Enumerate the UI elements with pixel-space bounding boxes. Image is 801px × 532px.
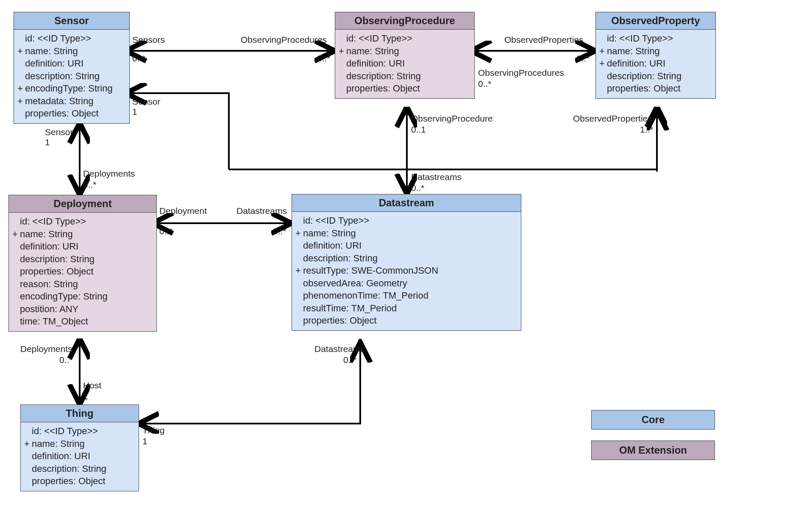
class-observingprocedure-attrs: id: <<ID Type>>+name: Stringdefinition: …: [335, 30, 474, 98]
attribute-visibility: +: [339, 45, 346, 57]
lbl-sensor-ds-mult: 1: [132, 107, 137, 117]
attribute-row: definition: URI: [24, 450, 135, 463]
attribute-text: time: TM_Object: [20, 316, 88, 327]
attribute-text: name: String: [20, 228, 73, 240]
attribute-text: id: <<ID Type>>: [346, 33, 412, 44]
attribute-text: postition: ANY: [20, 303, 78, 315]
attribute-row: +definition: URI: [599, 57, 712, 70]
attribute-row: description: String: [599, 70, 712, 83]
attribute-row: definition: URI: [295, 239, 517, 252]
class-deployment-title: Deployment: [9, 195, 156, 213]
class-sensor-title: Sensor: [14, 12, 129, 30]
attribute-visibility: +: [295, 265, 303, 277]
attribute-row: +name: String: [17, 45, 126, 58]
lbl-datastreams-top-role: Datastreams: [411, 172, 462, 182]
attribute-row: observedArea: Geometry: [295, 277, 517, 290]
class-thing: Thing id: <<ID Type>>+name: Stringdefini…: [20, 405, 139, 491]
lbl-obsprop-ds-mult: 1..*: [640, 125, 654, 135]
attribute-text: id: <<ID Type>>: [20, 216, 86, 227]
attribute-text: description: String: [32, 463, 106, 475]
attribute-row: resultTime: TM_Period: [295, 302, 517, 315]
lbl-thing-ds-role: Thing: [142, 425, 165, 435]
attribute-row: time: TM_Object: [12, 315, 153, 328]
attribute-row: properties: Object: [295, 314, 517, 327]
attribute-row: id: <<ID Type>>: [295, 214, 517, 227]
attribute-text: properties: Object: [20, 266, 94, 277]
attribute-row: id: <<ID Type>>: [24, 425, 135, 438]
lbl-deployment-mult-h: 0..*: [159, 226, 173, 236]
lbl-sensors-mult: 0..*: [132, 53, 146, 64]
attribute-text: description: String: [607, 70, 681, 82]
attribute-text: resultTime: TM_Period: [303, 302, 397, 314]
attribute-visibility: +: [12, 228, 20, 240]
attribute-text: resultType: SWE-CommonJSON: [303, 265, 438, 277]
attribute-visibility: +: [295, 227, 303, 239]
attribute-row: description: String: [339, 70, 471, 83]
attribute-row: properties: Object: [24, 475, 135, 488]
lbl-deployments-role: Deployments: [83, 169, 135, 179]
attribute-row: id: <<ID Type>>: [339, 32, 471, 45]
lbl-sensor-role-v: Sensor: [45, 127, 73, 137]
attribute-text: properties: Object: [607, 83, 681, 94]
attribute-text: definition: URI: [346, 58, 405, 69]
attribute-row: definition: URI: [339, 57, 471, 70]
legend-core: Core: [591, 410, 715, 429]
attribute-text: id: <<ID Type>>: [303, 215, 369, 227]
lbl-deployments2-mult: 0..*: [59, 355, 73, 365]
attribute-text: id: <<ID Type>>: [607, 33, 673, 44]
lbl-datastreams-top-mult: 0..*: [411, 183, 425, 193]
attribute-text: observedArea: Geometry: [303, 277, 407, 289]
attribute-visibility: +: [599, 58, 607, 69]
lbl-obsprop-ds-role: ObservedProperties: [573, 114, 652, 124]
lbl-op-ds-mult: 0..1: [411, 125, 426, 135]
attribute-text: encodingType: String: [25, 83, 113, 94]
class-deployment: Deployment id: <<ID Type>>+name: Stringd…: [8, 195, 157, 332]
attribute-text: description: String: [25, 70, 100, 82]
attribute-row: reason: String: [12, 278, 153, 291]
attribute-row: +metadata: String: [17, 95, 126, 108]
class-thing-title: Thing: [21, 405, 139, 422]
attribute-text: definition: URI: [20, 241, 78, 252]
attribute-row: +resultType: SWE-CommonJSON: [295, 264, 517, 277]
attribute-row: properties: Object: [339, 82, 471, 95]
lbl-observingprocedures-role: ObservingProcedures: [241, 35, 327, 45]
attribute-row: description: String: [24, 463, 135, 475]
lbl-sensor-mult-v: 1: [45, 137, 50, 147]
attribute-row: phenomenonTime: TM_Period: [295, 289, 517, 302]
attribute-text: encodingType: String: [20, 291, 108, 302]
class-thing-attrs: id: <<ID Type>>+name: Stringdefinition: …: [21, 422, 139, 491]
lbl-observedproperties-role: ObservedProperties: [504, 35, 584, 45]
attribute-text: properties: Object: [32, 475, 106, 487]
attribute-text: phenomenonTime: TM_Period: [303, 290, 428, 302]
attribute-text: definition: URI: [303, 240, 362, 252]
attribute-text: name: String: [303, 227, 356, 239]
attribute-text: description: String: [20, 253, 95, 265]
attribute-visibility: +: [17, 95, 25, 107]
lbl-datastreams-mult-h: 0..*: [273, 226, 286, 236]
lbl-datastreams3-role: Datastreams: [314, 344, 365, 354]
attribute-row: properties: Object: [12, 265, 153, 278]
attribute-row: postition: ANY: [12, 303, 153, 316]
lbl-datastreams3-mult: 0..*: [343, 355, 357, 365]
attribute-text: name: String: [32, 438, 85, 450]
lbl-observedproperties-mult: 1..*: [576, 53, 590, 64]
class-observedproperty-attrs: id: <<ID Type>>+name: String+definition:…: [596, 30, 715, 98]
attribute-text: metadata: String: [25, 95, 93, 107]
attribute-row: +encodingType: String: [17, 82, 126, 95]
attribute-row: definition: URI: [12, 240, 153, 253]
attribute-text: definition: URI: [25, 58, 83, 69]
attribute-visibility: +: [17, 83, 25, 94]
attribute-row: +name: String: [12, 228, 153, 241]
attribute-text: properties: Object: [303, 315, 377, 327]
attribute-text: reason: String: [20, 278, 78, 290]
lbl-op-ds-role: ObservingProcedure: [411, 114, 493, 124]
attribute-visibility: +: [17, 45, 25, 57]
class-observingprocedure-title: ObservingProcedure: [335, 12, 474, 30]
attribute-row: +name: String: [24, 438, 135, 450]
class-datastream: Datastream id: <<ID Type>>+name: Stringd…: [292, 194, 521, 331]
class-sensor-attrs: id: <<ID Type>>+name: Stringdefinition: …: [14, 30, 129, 123]
lbl-host-role: Host: [83, 380, 101, 391]
class-datastream-title: Datastream: [292, 194, 521, 212]
class-observedproperty-title: ObservedProperty: [596, 12, 715, 30]
lbl-host-mult: 1: [83, 391, 88, 402]
